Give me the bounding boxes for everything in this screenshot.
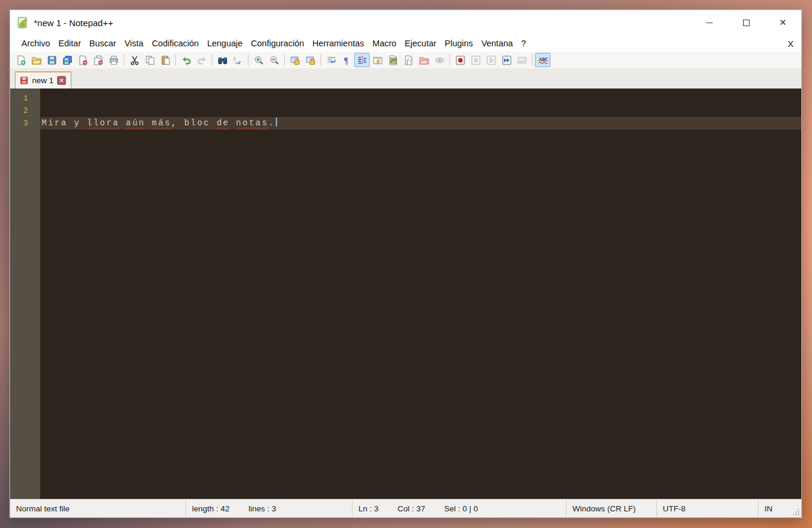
line-number: 3 xyxy=(10,117,40,129)
folder-workspace-icon xyxy=(419,55,429,65)
title-bar[interactable]: *new 1 - Notepad++ ✕ xyxy=(10,10,801,35)
menu-ejecutar[interactable]: Ejecutar xyxy=(401,37,440,50)
save-button[interactable] xyxy=(44,53,59,67)
save-all-button[interactable] xyxy=(59,53,75,67)
minimize-button[interactable] xyxy=(691,10,728,35)
cut-icon xyxy=(130,55,140,65)
replace-icon: ba xyxy=(233,55,243,65)
macro-run-multiple-button[interactable] xyxy=(499,53,514,67)
macro-play-button[interactable] xyxy=(483,53,499,67)
close-all-button[interactable] xyxy=(90,53,106,67)
maximize-icon xyxy=(743,20,750,26)
close-button[interactable]: ✕ xyxy=(764,10,801,35)
toolbar-separator xyxy=(449,54,450,66)
status-ln: Ln : 3 xyxy=(358,504,379,513)
zoom-in-button[interactable] xyxy=(251,53,266,67)
toolbar-separator xyxy=(532,54,533,66)
menu-codificacion[interactable]: Codificación xyxy=(147,37,203,50)
document-close-x-button[interactable]: X xyxy=(780,39,801,49)
redo-button[interactable] xyxy=(194,53,209,67)
status-bar: Normal text file length : 42lines : 3 Ln… xyxy=(10,499,801,517)
undo-button[interactable] xyxy=(178,53,194,67)
redo-icon xyxy=(197,55,207,65)
save-all-icon xyxy=(62,55,73,65)
macro-record-icon xyxy=(455,55,465,65)
sync-horizontal-button[interactable] xyxy=(303,53,318,67)
document-map-button[interactable] xyxy=(385,53,401,67)
menu-editar[interactable]: Editar xyxy=(54,37,85,50)
sync-horizontal-icon xyxy=(306,55,316,65)
function-list-button[interactable]: f xyxy=(401,53,416,67)
resize-grip[interactable] xyxy=(792,508,800,516)
macro-run-multiple-icon xyxy=(502,55,512,65)
spell-check-button[interactable]: ABC xyxy=(535,53,550,67)
misspelled-word: aún xyxy=(126,118,146,128)
zoom-out-icon xyxy=(269,55,279,65)
text-caret xyxy=(276,118,277,127)
misspelled-word: llora xyxy=(87,118,119,128)
macro-stop-icon xyxy=(471,55,481,65)
word-wrap-button[interactable] xyxy=(323,53,339,67)
show-all-characters-button[interactable]: ¶ xyxy=(339,53,354,67)
save-icon xyxy=(47,55,57,65)
new-file-button[interactable] xyxy=(13,53,29,67)
monitoring-eye-icon xyxy=(435,55,445,65)
menu-buscar[interactable]: Buscar xyxy=(85,37,120,50)
menu-help[interactable]: ? xyxy=(517,37,530,50)
monitoring-button[interactable] xyxy=(432,53,447,67)
zoom-out-button[interactable] xyxy=(266,53,282,67)
tab-label: new 1 xyxy=(32,76,53,85)
word-wrap-icon xyxy=(326,55,336,65)
show-indent-guide-button[interactable] xyxy=(354,53,370,67)
cut-button[interactable] xyxy=(127,53,142,67)
toolbar-separator xyxy=(248,54,248,66)
menu-plugins[interactable]: Plugins xyxy=(440,37,477,50)
define-language-button[interactable] xyxy=(370,53,385,67)
status-sel: Sel : 0 | 0 xyxy=(444,504,478,513)
paste-button[interactable] xyxy=(158,53,173,67)
macro-save-button[interactable] xyxy=(514,53,530,67)
menu-vista[interactable]: Vista xyxy=(120,37,147,50)
svg-text:b: b xyxy=(233,55,235,61)
notepadpp-app-icon xyxy=(17,17,29,29)
menu-ventana[interactable]: Ventana xyxy=(477,37,517,50)
print-button[interactable] xyxy=(106,53,121,67)
status-insert-mode[interactable]: IN xyxy=(759,499,801,517)
copy-button[interactable] xyxy=(142,53,158,67)
open-folder-icon xyxy=(32,55,42,65)
svg-text:ABC: ABC xyxy=(539,56,548,62)
folder-as-workspace-button[interactable] xyxy=(416,53,432,67)
close-doc-button[interactable] xyxy=(75,53,90,67)
open-file-button[interactable] xyxy=(29,53,44,67)
close-icon: ✕ xyxy=(779,18,787,27)
menu-herramientas[interactable]: Herramientas xyxy=(309,37,369,50)
menu-configuracion[interactable]: Configuración xyxy=(247,37,308,50)
menu-macro[interactable]: Macro xyxy=(369,37,401,50)
unsaved-doc-icon xyxy=(20,76,29,85)
macro-play-icon xyxy=(486,55,496,65)
macro-stop-button[interactable] xyxy=(468,53,483,67)
macro-save-icon xyxy=(517,55,527,65)
notepadpp-window: *new 1 - Notepad++ ✕ Archivo Editar Busc… xyxy=(10,10,802,518)
status-doc-type: Normal text file xyxy=(10,499,186,517)
maximize-button[interactable] xyxy=(728,10,764,35)
macro-record-button[interactable] xyxy=(452,53,468,67)
line-text xyxy=(40,92,801,105)
status-encoding[interactable]: UTF-8 xyxy=(657,499,759,517)
editor-line-2: 2 xyxy=(10,105,801,117)
tab-close-icon[interactable]: ✕ xyxy=(57,76,66,85)
editor-line-3-current: 3 Mira y llora aún más, bloc de notas. xyxy=(10,117,801,129)
replace-button[interactable]: ba xyxy=(230,53,246,67)
line-text: Mira y llora aún más, bloc de notas. xyxy=(40,117,801,129)
editor-area[interactable]: 1 2 3 Mira y llora aún más, bloc de nota… xyxy=(10,88,801,499)
menu-archivo[interactable]: Archivo xyxy=(17,37,54,50)
sync-vertical-button[interactable] xyxy=(287,53,303,67)
svg-text:¶: ¶ xyxy=(344,56,348,65)
menu-lenguaje[interactable]: Lenguaje xyxy=(203,37,247,50)
paste-icon xyxy=(160,55,171,65)
find-button[interactable] xyxy=(215,53,230,67)
misspelled-word: notas xyxy=(236,118,269,128)
window-controls: ✕ xyxy=(691,10,801,35)
tab-new-1[interactable]: new 1 ✕ xyxy=(15,71,71,88)
status-eol-format[interactable]: Windows (CR LF) xyxy=(566,499,657,517)
